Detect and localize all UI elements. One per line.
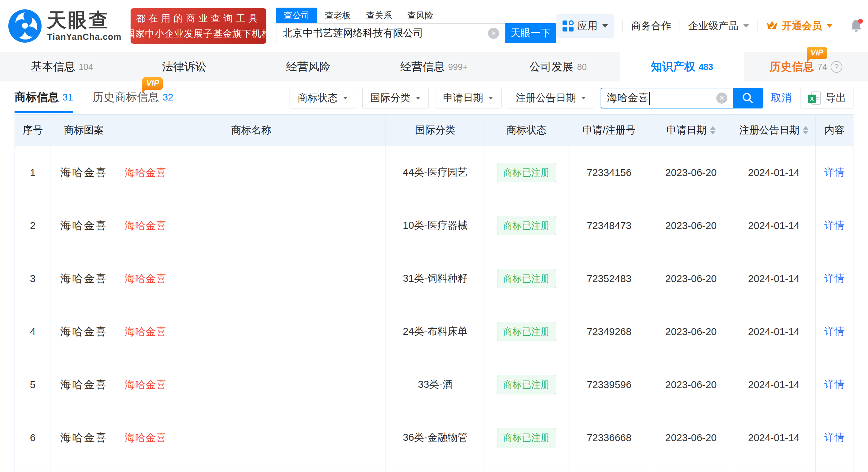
export-button[interactable]: X 导出: [800, 88, 853, 108]
intl-class: 10类-医疗器械: [386, 199, 485, 252]
chevron-down-icon: [343, 97, 348, 99]
enterprise-products-label: 企业级产品: [688, 19, 738, 33]
filter-apply-date[interactable]: 申请日期: [435, 88, 502, 108]
search-tab-boss[interactable]: 查老板: [317, 8, 358, 23]
row-index: 3: [15, 252, 51, 305]
trademark-image[interactable]: 海哈金喜: [51, 252, 117, 305]
trademark-search-value: 海哈金喜: [607, 92, 648, 103]
help-icon[interactable]: ?: [831, 61, 842, 73]
apply-date: 2023-06-20: [650, 305, 732, 358]
reg-number: 72334156: [568, 146, 650, 199]
open-vip-menu[interactable]: 开通会员: [766, 19, 832, 33]
trademark-name-link[interactable]: 海哈金喜: [117, 305, 386, 358]
detail-link[interactable]: 详情: [816, 305, 853, 358]
filter-bar: 商标状态 国际分类 申请日期 注册公告日期 海哈金喜 ✕: [290, 88, 853, 108]
trademark-name-link[interactable]: 海哈金喜: [117, 199, 386, 252]
trademark-name-link[interactable]: 海哈金喜: [117, 411, 386, 464]
business-cooperation-link[interactable]: 商务合作: [631, 19, 671, 33]
top-header: 天眼查 TianYanCha.com 都在用的商业查询工具 国家中小企业发展子基…: [0, 0, 868, 52]
chevron-down-icon: [827, 24, 832, 28]
apply-date: 2023-06-20: [650, 358, 732, 411]
divider: [680, 20, 680, 32]
trademark-table: 序号 商标图案 商标名称 国际分类 商标状态 申请/注册号 申请日期 注册公告日…: [15, 114, 853, 472]
table-row: 5海哈金喜海哈金喜33类-酒商标已注册723395962023-06-20202…: [15, 358, 853, 411]
subtab-trademark-info[interactable]: 商标信息 31: [15, 83, 73, 113]
apply-date: 2023-06-20: [650, 411, 732, 464]
tab-operation-risk[interactable]: 经营风险: [248, 52, 372, 81]
chevron-down-icon: [489, 97, 493, 99]
trademark-search: 海哈金喜 ✕: [601, 88, 763, 108]
filter-publish-date[interactable]: 注册公告日期: [508, 88, 594, 108]
subtab-history-trademark-info[interactable]: VIP 历史商标信息 32: [92, 83, 173, 113]
cancel-search-link[interactable]: 取消: [771, 91, 792, 105]
search-submit-button[interactable]: 天眼一下: [505, 23, 556, 43]
tianyancha-logo[interactable]: 天眼查 TianYanCha.com: [8, 9, 122, 43]
row-index: 1: [15, 146, 51, 199]
clear-search-icon[interactable]: ✕: [488, 28, 499, 39]
detail-link[interactable]: 详情: [816, 358, 853, 411]
search-tab-risk[interactable]: 查风险: [400, 8, 441, 23]
logo-domain: TianYanCha.com: [47, 32, 122, 42]
trademark-search-input[interactable]: 海哈金喜 ✕: [601, 88, 733, 108]
tab-legal-litigation[interactable]: 法律诉讼: [124, 52, 248, 81]
publish-date: 2024-01-14: [732, 199, 816, 252]
status-badge: 商标已注册: [497, 163, 556, 182]
status-cell: 商标已注册: [485, 199, 568, 252]
trademark-name-link[interactable]: 海哈金喜: [117, 146, 386, 199]
chevron-down-icon: [743, 24, 749, 28]
trademark-image[interactable]: 海哈金喜: [51, 411, 117, 464]
table-row: 4海哈金喜海哈金喜24类-布料床单商标已注册723492682023-06-20…: [15, 305, 853, 358]
trademark-name-link[interactable]: 海哈金喜: [117, 252, 386, 305]
crown-icon: [766, 19, 778, 33]
filter-intl-class[interactable]: 国际分类: [362, 88, 429, 108]
divider: [622, 20, 623, 32]
trademark-search-button[interactable]: [733, 88, 763, 108]
tab-company-development[interactable]: 公司发展 80: [496, 52, 620, 81]
trademark-image[interactable]: 海哈金喜: [51, 146, 117, 199]
chevron-down-icon: [582, 97, 586, 99]
trademark-image[interactable]: 海哈金喜: [51, 305, 117, 358]
table-row: 6海哈金喜海哈金喜36类-金融物管商标已注册723366682023-06-20…: [15, 411, 853, 464]
tab-history-info[interactable]: VIP 历史信息 74 ?: [744, 52, 868, 81]
logo-swirl-icon: [8, 9, 42, 43]
status-cell: 商标已注册: [485, 146, 568, 199]
promo-line1: 都在用的商业查询工具: [136, 12, 261, 25]
enterprise-products-menu[interactable]: 企业级产品: [688, 19, 749, 33]
filter-trademark-status[interactable]: 商标状态: [290, 88, 356, 108]
publish-date: 2024-01-14: [732, 305, 816, 358]
trademark-image[interactable]: 海哈金喜: [51, 358, 117, 411]
tab-operation-info[interactable]: 经营信息 999+: [372, 52, 496, 81]
detail-link[interactable]: 详情: [816, 252, 853, 305]
open-vip-label: 开通会员: [782, 19, 822, 33]
intl-class: 24类-布料床单: [386, 305, 485, 358]
intl-class: 44类-医疗园艺: [386, 146, 485, 199]
tab-basic-info[interactable]: 基本信息 104: [0, 52, 124, 81]
trademark-subtabs: 商标信息 31 VIP 历史商标信息 32: [15, 83, 173, 113]
intl-class: 36类-金融物管: [386, 411, 485, 464]
chevron-down-icon: [602, 24, 608, 28]
intl-class: 33类-酒: [386, 358, 485, 411]
trademark-image[interactable]: 海哈金喜: [51, 199, 117, 252]
detail-link[interactable]: 详情: [816, 411, 853, 464]
trademark-name-link[interactable]: 海哈金喜: [117, 358, 386, 411]
col-header-name: 商标名称: [117, 115, 386, 146]
search-type-tabs: 查公司 查老板 查关系 查风险: [276, 9, 556, 23]
sort-icon[interactable]: [803, 126, 808, 134]
company-search-input[interactable]: 北京中书艺莲网络科技有限公司 ✕: [276, 23, 505, 43]
logo-title: 天眼查: [47, 10, 122, 30]
search-tab-relation[interactable]: 查关系: [358, 8, 400, 23]
clear-search-icon[interactable]: ✕: [716, 93, 727, 104]
notifications-bell-icon[interactable]: [849, 19, 863, 33]
tab-intellectual-property[interactable]: 知识产权 483: [620, 52, 744, 81]
company-search-value: 北京中书艺莲网络科技有限公司: [283, 26, 488, 40]
search-tab-company[interactable]: 查公司: [276, 8, 317, 23]
detail-link[interactable]: 详情: [816, 146, 853, 199]
col-header-class: 国际分类: [386, 115, 485, 146]
detail-link[interactable]: 详情: [816, 199, 853, 252]
row-index: 5: [15, 358, 51, 411]
apps-menu[interactable]: 应用: [556, 14, 614, 38]
global-search: 查公司 查老板 查关系 查风险 北京中书艺莲网络科技有限公司 ✕ 天眼一下: [276, 9, 556, 43]
divider: [841, 20, 841, 32]
sort-icon[interactable]: [710, 126, 716, 134]
status-badge: 商标已注册: [497, 375, 556, 394]
